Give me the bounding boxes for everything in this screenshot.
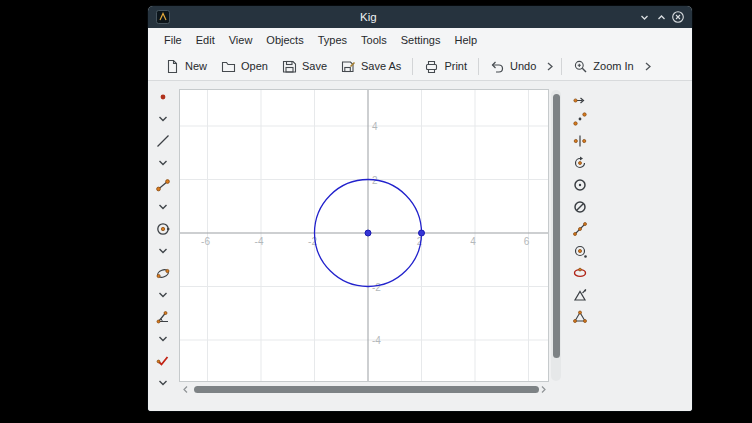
undo-icon [490, 59, 505, 74]
line-tool-expander[interactable] [154, 154, 172, 171]
test-tool-expander[interactable] [154, 374, 172, 391]
y-tick-label: 4 [372, 121, 378, 132]
save-as-icon [341, 59, 356, 74]
open-button[interactable]: Open [214, 56, 275, 77]
open-label: Open [241, 60, 268, 72]
close-button[interactable] [671, 10, 685, 24]
objects-toolbar-left [148, 81, 178, 411]
zoom-in-label: Zoom In [593, 60, 633, 72]
open-folder-icon [221, 59, 236, 74]
print-button[interactable]: Print [417, 56, 474, 77]
vertical-scrollbar[interactable] [551, 90, 561, 381]
axis-reflection-tool[interactable] [571, 132, 589, 149]
angle-icon [155, 309, 171, 325]
conic-icon [155, 265, 171, 281]
menu-tools[interactable]: Tools [354, 31, 394, 49]
point-icon [155, 89, 171, 105]
save-label: Save [302, 60, 327, 72]
new-button[interactable]: New [158, 56, 214, 77]
triangle-transform-icon [572, 287, 588, 303]
x-tick-label: -6 [201, 236, 210, 247]
circle-tool[interactable] [154, 220, 172, 237]
save-button[interactable]: Save [275, 56, 334, 77]
horizontal-scrollbar-thumb[interactable] [194, 386, 539, 393]
window-title: Kig [360, 6, 377, 28]
rotate-icon [572, 155, 588, 171]
shade-button[interactable] [637, 10, 651, 24]
rotate-tool[interactable] [571, 154, 589, 171]
segment-tool[interactable] [154, 176, 172, 193]
chevron-left-icon [182, 385, 189, 394]
titlebar[interactable]: Kig [148, 6, 692, 28]
angle-tool[interactable] [154, 308, 172, 325]
scroll-left-arrow[interactable] [180, 384, 190, 395]
conic-test-tool[interactable] [571, 264, 589, 281]
translate-icon [572, 89, 588, 105]
main-toolbar: New Open Save Save As [148, 52, 692, 81]
point-tool[interactable] [154, 88, 172, 105]
hide-object-icon [572, 199, 588, 215]
triangle-transform-tool[interactable] [571, 286, 589, 303]
zoom-in-button[interactable]: Zoom In [566, 56, 640, 77]
test-icon [155, 353, 171, 369]
menu-file[interactable]: File [157, 31, 189, 49]
chevron-right-icon [644, 61, 652, 72]
point-object[interactable] [419, 230, 425, 236]
chevron-down-icon [155, 331, 171, 347]
maximize-button[interactable] [654, 10, 668, 24]
point-tool-expander[interactable] [154, 110, 172, 127]
circle-icon [155, 221, 171, 237]
x-tick-label: -4 [255, 236, 264, 247]
point-object[interactable] [365, 230, 371, 236]
translate-tool[interactable] [571, 88, 589, 105]
segment-tool-expander[interactable] [154, 198, 172, 215]
menu-objects[interactable]: Objects [259, 31, 310, 49]
point-reflection-tool[interactable] [571, 110, 589, 127]
chevron-down-icon [155, 111, 171, 127]
conic-tool[interactable] [154, 264, 172, 281]
toolbar-separator [478, 58, 479, 75]
geometry-canvas[interactable]: -6-4-224642-2-4 [180, 90, 548, 381]
undo-history-expander[interactable] [543, 59, 557, 74]
transform-toolbar-right [567, 88, 593, 325]
circle-tool-expander[interactable] [154, 242, 172, 259]
scale-icon [572, 221, 588, 237]
menu-edit[interactable]: Edit [189, 31, 222, 49]
kig-window: Kig File Edit View Objects Types Tools S… [148, 6, 692, 411]
chevron-right-icon [540, 385, 547, 394]
line-tool[interactable] [154, 132, 172, 149]
new-label: New [185, 60, 207, 72]
angle-tool-expander[interactable] [154, 330, 172, 347]
scroll-right-arrow[interactable] [538, 384, 548, 395]
projective-rotation-tool[interactable] [571, 242, 589, 259]
projective-rotation-icon [572, 243, 588, 259]
kig-app-icon[interactable] [156, 10, 170, 24]
save-as-button[interactable]: Save As [334, 56, 408, 77]
test-tool[interactable] [154, 352, 172, 369]
hide-object-tool[interactable] [571, 198, 589, 215]
conic-tool-expander[interactable] [154, 286, 172, 303]
undo-button[interactable]: Undo [483, 56, 543, 77]
scale-tool[interactable] [571, 220, 589, 237]
horizontal-scrollbar[interactable] [180, 384, 548, 395]
polygon-tool[interactable] [571, 308, 589, 325]
titlebar-controls [637, 6, 685, 28]
vertical-scrollbar-thumb[interactable] [553, 94, 560, 358]
menu-view[interactable]: View [222, 31, 260, 49]
print-icon [424, 59, 439, 74]
menu-types[interactable]: Types [311, 31, 354, 49]
conic-test-icon [572, 265, 588, 281]
chevron-down-icon [155, 243, 171, 259]
menu-settings[interactable]: Settings [394, 31, 448, 49]
menu-help[interactable]: Help [447, 31, 484, 49]
save-icon [282, 59, 297, 74]
chevron-down-icon [155, 155, 171, 171]
save-as-label: Save As [361, 60, 401, 72]
zoom-in-icon [573, 59, 588, 74]
inversion-tool[interactable] [571, 176, 589, 193]
polygon-icon [572, 309, 588, 325]
toolbar-overflow-expander[interactable] [641, 59, 655, 74]
y-tick-label: -2 [372, 282, 381, 293]
new-document-icon [165, 59, 180, 74]
chevron-down-icon [155, 287, 171, 303]
